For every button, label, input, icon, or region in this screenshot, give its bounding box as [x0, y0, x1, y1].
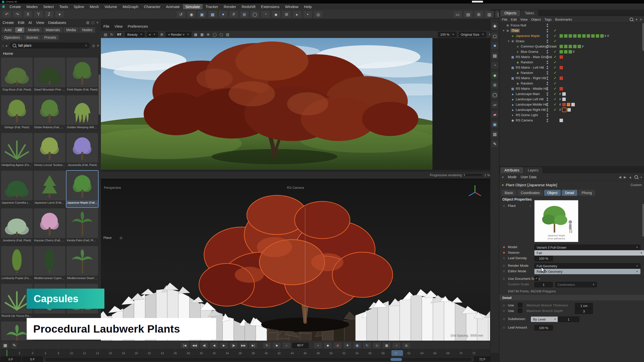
tag-chip[interactable] — [582, 34, 586, 38]
editor-visibility-dot[interactable] — [547, 34, 548, 36]
use-document-scale-checkbox[interactable] — [534, 276, 539, 281]
editor-visibility-dot[interactable] — [547, 92, 548, 94]
attribute-scrollbar[interactable] — [642, 204, 644, 237]
render-visibility-dot[interactable] — [547, 57, 548, 59]
visibility-toggles[interactable] — [547, 113, 548, 117]
tag-chip[interactable] — [595, 34, 599, 38]
flag-tag[interactable]: F — [582, 45, 584, 48]
model-mode-icon[interactable]: ■ — [491, 42, 499, 50]
visibility-toggles[interactable] — [547, 61, 548, 64]
render-visibility-dot[interactable] — [547, 121, 548, 122]
object-row[interactable]: ◈Random✓ — [499, 70, 642, 75]
object-row[interactable]: ◈Random✓ — [499, 60, 642, 65]
plant-expand-icon[interactable]: › — [530, 204, 531, 208]
next-key-button[interactable]: ▶▶ — [239, 342, 248, 349]
menu-animate[interactable]: Animate — [164, 4, 182, 9]
asset-menu-create[interactable]: Create — [3, 20, 14, 25]
enabled-check-icon[interactable]: ✓ — [554, 34, 556, 38]
menu-mograph[interactable]: MoGraph — [120, 4, 141, 9]
min-branch-field[interactable]: 1 cm — [575, 303, 593, 308]
render-visibility-dot[interactable] — [547, 36, 548, 38]
record-pla-toggle[interactable]: ▦ — [382, 342, 391, 349]
tag-chip[interactable] — [568, 44, 572, 49]
tag-chip[interactable] — [568, 50, 572, 54]
flag-tag[interactable]: F — [559, 93, 561, 96]
tag-chip[interactable] — [600, 34, 604, 38]
object-tab-detail[interactable]: Detail — [562, 190, 577, 196]
tag-chip[interactable] — [573, 44, 577, 49]
render-visibility-dot[interactable] — [547, 100, 548, 101]
visibility-toggles[interactable] — [547, 50, 548, 54]
tag-chip[interactable] — [559, 55, 563, 59]
history-back-icon[interactable]: ◀ — [619, 175, 621, 179]
layout-panel-icon[interactable]: ▥ — [485, 11, 494, 18]
attribute-tab-layers[interactable]: Layers — [524, 167, 542, 173]
measure-icon[interactable]: ◔ — [261, 11, 270, 18]
box-tool-icon[interactable]: ▢ — [491, 32, 499, 40]
asset-menu-ai[interactable]: AI — [28, 20, 32, 25]
editor-visibility-dot[interactable] — [547, 55, 548, 57]
flag-tag[interactable]: F — [573, 50, 575, 53]
tag-chip[interactable] — [559, 44, 563, 49]
detail-section-header[interactable]: Detail — [499, 295, 644, 300]
attribute-search-icon[interactable] — [634, 175, 638, 179]
asset-tile[interactable]: Japanese Camellia (Fal... — [1, 171, 33, 207]
asset-menu-databases[interactable]: Databases — [48, 20, 66, 25]
visibility-toggles[interactable] — [547, 45, 548, 48]
tag-chip[interactable] — [562, 108, 567, 112]
soft-body-icon[interactable]: ● — [218, 11, 228, 18]
menu-tracker[interactable]: Tracker — [203, 4, 221, 9]
object-menu-tags[interactable]: Tags — [544, 18, 552, 21]
browser-menu-icon[interactable]: ≡ — [97, 44, 99, 48]
render-visibility-dot[interactable] — [547, 105, 548, 106]
asset-tile[interactable]: Jacaranda (Fall, Plant) — [66, 133, 98, 170]
texture-mode-icon[interactable]: ▨ — [491, 52, 499, 59]
section-tab-scenes[interactable]: Scenes — [23, 35, 41, 40]
enabled-check-icon[interactable]: ✓ — [554, 66, 556, 69]
grid-snap-icon[interactable]: ⊞ — [239, 11, 249, 18]
asset-tile[interactable]: Mediterranean Cypres... — [34, 246, 65, 283]
filter-tab-models[interactable]: Models — [25, 27, 42, 33]
asset-scrollbar[interactable] — [99, 74, 100, 115]
object-row[interactable]: ◈Random✓ — [499, 81, 642, 86]
asset-tile[interactable]: Globe Robinia (Fall, Pl... — [34, 95, 65, 132]
visibility-toggles[interactable] — [547, 98, 548, 101]
visibility-toggles[interactable] — [547, 92, 548, 96]
custom-scale-unit-dropdown[interactable]: Centimeters▼ — [555, 282, 597, 287]
editor-visibility-dot[interactable] — [547, 113, 548, 115]
enabled-check-icon[interactable]: ✓ — [554, 55, 556, 59]
pen-tool-icon[interactable]: ✎ — [491, 140, 499, 148]
history-forward-icon[interactable]: ▶ — [624, 175, 626, 179]
render-visibility-dot[interactable] — [547, 115, 548, 117]
simulation-cache-icon[interactable]: ▣ — [197, 11, 207, 18]
object-mode-icon[interactable]: ◆ — [491, 71, 499, 79]
record-position-toggle[interactable]: ✚ — [343, 342, 352, 349]
object-row[interactable]: ▼⊕Grass✓ — [499, 38, 642, 44]
render-visibility-dot[interactable] — [547, 52, 548, 54]
editor-visibility-dot[interactable] — [547, 39, 548, 41]
quantize-icon[interactable]: ◯ — [250, 11, 260, 18]
render-visibility-dot[interactable] — [547, 68, 548, 69]
editor-visibility-dot[interactable] — [547, 103, 548, 104]
object-manager-tab-objects[interactable]: Objects — [500, 10, 520, 16]
editor-visibility-dot[interactable] — [547, 87, 548, 88]
asset-tile[interactable]: Kanzan Cherry (Fall, Pl... — [34, 208, 65, 245]
leaf-density-field[interactable]: 100 % — [534, 256, 553, 261]
play-reverse-button[interactable]: ◀ — [210, 342, 218, 349]
flag-tag[interactable]: F — [559, 108, 561, 111]
object-menu-bookmarks[interactable]: Bookmarks — [555, 18, 572, 21]
enabled-check-icon[interactable]: ✓ — [554, 39, 556, 43]
play-button[interactable]: ▶ — [220, 342, 228, 349]
object-menu-view[interactable]: View — [520, 18, 528, 21]
perspective-viewport[interactable]: Perspective RS Camera Place ◎ Grid Spaci… — [101, 179, 490, 341]
channel-dropdown[interactable]: ●▼ — [147, 32, 158, 37]
range-end-field[interactable]: 72 F — [474, 357, 491, 362]
object-tab-basic[interactable]: Basic — [501, 190, 516, 196]
editor-visibility-dot[interactable] — [547, 24, 548, 25]
gear-mode-icon[interactable]: ⚙ — [491, 81, 499, 89]
range-slider[interactable] — [45, 358, 471, 361]
asset-tile[interactable]: Juneberry (Fall, Plant) — [1, 208, 33, 245]
settings-icon[interactable]: ⚙ — [282, 11, 291, 18]
prev-key-button[interactable]: ◀◀ — [190, 342, 199, 349]
editor-visibility-dot[interactable] — [547, 50, 548, 52]
